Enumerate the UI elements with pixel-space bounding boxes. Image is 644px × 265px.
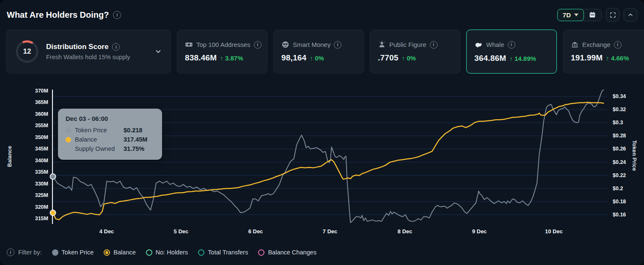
timeframe-control: 7D (557, 9, 602, 21)
info-icon[interactable]: i (334, 41, 341, 49)
stat-card-label: Public Figure (389, 41, 427, 48)
calendar-button[interactable] (583, 9, 601, 21)
hover-marker (50, 174, 56, 179)
stat-card-exchange[interactable]: Exchange i 191.99M ↑ 4.66% (563, 30, 644, 74)
stat-card-change: ↑ 3.87% (220, 55, 243, 62)
y-axis-tick-left: 370M (12, 88, 48, 94)
y-axis-tick-left: 320M (12, 204, 48, 210)
stat-card-change: ↑ 0% (402, 55, 416, 62)
y-axis-tick-left: 350M (12, 134, 48, 140)
stat-card-change: ↑ 0% (310, 55, 324, 62)
y-axis-tick-right: $0.16 (613, 212, 638, 218)
info-icon[interactable]: i (614, 41, 622, 49)
filter-option-balance-changes[interactable]: Balance Changes (258, 249, 316, 256)
right-axis-title: Token Price (631, 140, 638, 171)
stat-card-smart-money[interactable]: Smart Money i 98,164 ↑ 0% (273, 30, 364, 74)
stat-card-label: Smart Money (293, 41, 330, 48)
stat-card-label: Top 100 Addresses (196, 41, 250, 48)
y-axis-tick-right: $0.28 (613, 133, 638, 139)
calendar-icon (589, 11, 596, 19)
stat-card-value: .7705 (378, 53, 399, 63)
tooltip-title: Dec 03 - 06:00 (66, 115, 154, 122)
filter-option-total-transfers[interactable]: Total Transfers (198, 249, 248, 256)
distribution-score-gauge: 12 (15, 39, 39, 64)
tooltip-row: Balance 317.45M (66, 136, 154, 143)
y-axis-tick-right: $0.2 (613, 186, 638, 191)
filter-option-dot (104, 249, 110, 256)
x-axis-tick: 8 Dec (398, 228, 413, 235)
distribution-score-subtitle: Fresh Wallets hold 15% supply (46, 54, 148, 60)
info-icon[interactable]: i (113, 11, 121, 19)
stat-card-value: 364.86M (474, 54, 506, 63)
stat-card-whale[interactable]: Whale i 364.86M ↑ 14.89% (466, 30, 557, 74)
stat-card-change: ↑ 14.89% (509, 55, 536, 62)
y-axis-tick-left: 340M (12, 158, 48, 164)
y-axis-tick-left: 355M (12, 123, 48, 128)
x-axis-tick: 10 Dec (545, 228, 563, 235)
timeframe-value: 7D (563, 11, 571, 19)
x-axis-tick: 5 Dec (174, 228, 189, 235)
balance-dot (66, 137, 71, 142)
stat-card-value: 191.99M (571, 53, 603, 63)
banknote-icon (185, 41, 193, 49)
y-axis-tick-right: $0.3 (613, 120, 638, 126)
filter-legend: i Filter by: Token Price Balance No: Hol… (7, 249, 316, 256)
smart-money-icon (281, 41, 289, 49)
y-axis-tick-left: 365M (12, 99, 48, 105)
y-axis-tick-left: 345M (12, 146, 48, 152)
stat-card-label: Exchange (582, 41, 611, 48)
filter-option-label: Total Transfers (208, 249, 248, 256)
y-axis-tick-right: $0.32 (613, 107, 638, 112)
info-icon[interactable]: i (430, 41, 438, 49)
stat-cards-row: 12 Distribution Score i Fresh Wallets ho… (6, 30, 644, 74)
y-axis-tick-left: 330M (12, 181, 48, 187)
filter-option-label: Balance (113, 249, 135, 256)
stat-card-value: 838.46M (185, 53, 217, 63)
y-axis-tick-left: 315M (12, 216, 48, 221)
filter-option-dot (146, 249, 152, 256)
stat-card-public-figure[interactable]: Public Figure i .7705 ↑ 0% (370, 30, 460, 74)
filter-option-balance[interactable]: Balance (104, 249, 135, 256)
bank-icon (571, 41, 579, 49)
y-axis-tick-left: 335M (12, 169, 48, 175)
fullscreen-icon (609, 11, 616, 19)
hover-marker (50, 210, 56, 216)
filter-option-no-holders[interactable]: No: Holders (146, 249, 188, 256)
whale-icon (474, 41, 483, 49)
info-icon[interactable]: i (254, 41, 261, 49)
info-icon[interactable]: i (112, 43, 120, 51)
fullscreen-button[interactable] (606, 8, 619, 22)
filter-option-label: No: Holders (156, 249, 188, 256)
info-icon[interactable]: i (508, 41, 515, 49)
x-axis-tick: 6 Dec (248, 228, 263, 235)
filter-option-label: Token Price (62, 249, 94, 256)
filter-option-dot (52, 249, 58, 256)
holders-panel: What Are Holders Doing? i 7D (0, 0, 644, 265)
chevron-down-icon[interactable] (154, 48, 162, 55)
stat-card-change: ↑ 4.66% (606, 55, 629, 62)
caret-down-icon (574, 14, 578, 16)
filter-option-label: Balance Changes (268, 249, 316, 256)
distribution-score-value: 12 (15, 39, 39, 64)
token-price-dot (66, 128, 71, 133)
tooltip-row: Supply Owned 31.75% (66, 145, 154, 152)
distribution-score-card[interactable]: 12 Distribution Score i Fresh Wallets ho… (6, 30, 171, 74)
y-axis-tick-right: $0.18 (613, 199, 638, 205)
x-axis-tick: 4 Dec (99, 228, 114, 235)
collapse-button[interactable] (624, 8, 637, 22)
y-axis-tick-right: $0.34 (613, 93, 638, 99)
header-controls: 7D (557, 8, 637, 22)
stat-card-value: 98,164 (281, 53, 306, 63)
stat-card-top-100-addresses[interactable]: Top 100 Addresses i 838.46M ↑ 3.87% (177, 30, 267, 74)
public-figure-icon (378, 41, 386, 49)
x-axis-tick: 9 Dec (472, 228, 487, 235)
x-axis-tick: 7 Dec (323, 228, 338, 235)
info-icon[interactable]: i (7, 249, 14, 256)
y-axis-tick-left: 325M (12, 192, 48, 198)
chart-tooltip: Dec 03 - 06:00 Token Price $0.218 Balanc… (58, 109, 162, 160)
timeframe-selector[interactable]: 7D (557, 9, 584, 21)
tooltip-row: Token Price $0.218 (66, 127, 154, 134)
y-axis-tick-right: $0.22 (613, 172, 638, 178)
y-axis-tick-left: 360M (12, 111, 48, 117)
filter-option-token-price[interactable]: Token Price (52, 249, 94, 256)
